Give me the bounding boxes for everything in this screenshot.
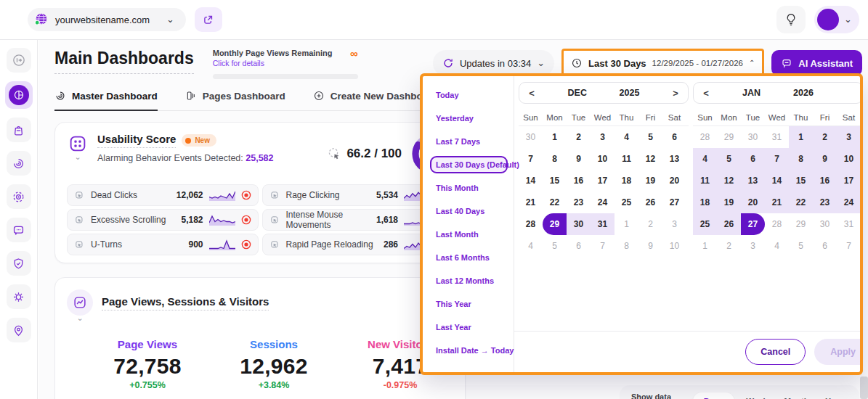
- cancel-button[interactable]: Cancel: [745, 339, 806, 365]
- calendar-day[interactable]: 31: [765, 126, 789, 148]
- calendar-day[interactable]: 31: [591, 213, 615, 235]
- updates-dropdown[interactable]: Updates in 03:34 ⌄: [433, 50, 554, 76]
- calendar-day[interactable]: 3: [741, 235, 765, 257]
- calendar-day[interactable]: 5: [717, 148, 741, 170]
- preset-last-6-months[interactable]: Last 6 Months: [430, 249, 508, 266]
- calendar-day[interactable]: 31: [837, 213, 861, 235]
- calendar-day[interactable]: 12: [638, 148, 662, 170]
- scrollbar-thumb[interactable]: [860, 377, 868, 399]
- calendar-day[interactable]: 3: [662, 213, 686, 235]
- calendar-day[interactable]: 10: [837, 148, 861, 170]
- chevron-down-icon[interactable]: ⌄: [74, 155, 81, 160]
- metric-u-turns[interactable]: U-Turns 900: [67, 234, 259, 255]
- calendar-day[interactable]: 30: [519, 126, 543, 148]
- calendar-day[interactable]: 23: [813, 192, 837, 213]
- calendar-day[interactable]: 19: [638, 170, 662, 192]
- calendar-day[interactable]: 30: [813, 213, 837, 235]
- tab-pages-dashboard[interactable]: Pages Dashboard: [185, 90, 285, 111]
- calendar-day[interactable]: 21: [519, 192, 543, 213]
- preset-last-12-months[interactable]: Last 12 Months: [430, 272, 508, 289]
- calendar-day[interactable]: 26: [638, 192, 662, 213]
- segment-days[interactable]: Days: [693, 392, 735, 399]
- calendar-day[interactable]: 15: [789, 170, 813, 192]
- calendar-day[interactable]: 13: [662, 148, 686, 170]
- preset-last-7-days[interactable]: Last 7 Days: [430, 133, 508, 150]
- calendar-day[interactable]: 15: [543, 170, 567, 192]
- calendar-day[interactable]: 7: [591, 235, 615, 257]
- calendar-day[interactable]: 17: [837, 170, 861, 192]
- website-selector[interactable]: yourwebsitename.com ⌄: [28, 8, 186, 31]
- sidebar-item-locations[interactable]: [7, 318, 31, 342]
- calendar-day[interactable]: 18: [693, 192, 717, 213]
- preset-last-40-days[interactable]: Last 40 Days: [430, 202, 508, 220]
- preset-this-year[interactable]: This Year: [430, 295, 508, 313]
- calendar-day[interactable]: 6: [567, 235, 591, 257]
- calendar-day[interactable]: 9: [813, 148, 837, 170]
- calendar-day[interactable]: 4: [615, 126, 638, 148]
- calendar-day[interactable]: 6: [741, 148, 765, 170]
- open-site-button[interactable]: [195, 7, 222, 32]
- calendar-day[interactable]: 8: [615, 235, 638, 257]
- sidebar-item-recordings[interactable]: [7, 184, 31, 209]
- calendar-day[interactable]: 11: [615, 148, 638, 170]
- sidebar-item-dashboards[interactable]: [5, 81, 33, 109]
- preset-install-date-today[interactable]: Install Date → Today: [430, 342, 508, 359]
- calendar-day[interactable]: 24: [591, 192, 615, 213]
- calendar-day[interactable]: 25: [693, 213, 717, 235]
- next-month-icon[interactable]: >: [672, 88, 679, 99]
- calendar-day[interactable]: 10: [591, 148, 615, 170]
- tab-create-new-dashboard[interactable]: Create New Dashboard: [313, 90, 438, 111]
- calendar-day[interactable]: 9: [567, 148, 591, 170]
- calendar-day[interactable]: 27: [662, 192, 686, 213]
- sidebar-item-feedback[interactable]: [7, 218, 31, 242]
- calendar-day[interactable]: 6: [662, 126, 686, 148]
- metric-dead-clicks[interactable]: Dead Clicks 12,062: [67, 184, 259, 206]
- calendar-day[interactable]: 7: [837, 235, 861, 257]
- calendar-day[interactable]: 24: [837, 192, 861, 213]
- calendar-day[interactable]: 4: [765, 235, 789, 257]
- calendar-day[interactable]: 2: [717, 235, 741, 257]
- prev-month-icon[interactable]: <: [528, 88, 535, 99]
- calendar-day[interactable]: 21: [765, 192, 789, 213]
- calendar-day[interactable]: 29: [717, 126, 741, 148]
- tips-button[interactable]: [776, 6, 806, 33]
- calendar-day[interactable]: 4: [519, 235, 543, 257]
- sidebar-item-security[interactable]: [7, 251, 31, 276]
- calendar-day[interactable]: 29: [789, 213, 813, 235]
- calendar-day[interactable]: 14: [765, 170, 789, 192]
- calendar-day[interactable]: 16: [813, 170, 837, 192]
- calendar-day[interactable]: 3: [837, 126, 861, 148]
- preset-this-month[interactable]: This Month: [430, 179, 508, 197]
- calendar-day[interactable]: 22: [789, 192, 813, 213]
- sidebar-item-heatmaps[interactable]: [7, 151, 31, 176]
- calendar-day[interactable]: 7: [765, 148, 789, 170]
- calendar-day[interactable]: 19: [717, 192, 741, 213]
- calendar-day[interactable]: 5: [638, 126, 662, 148]
- apply-button[interactable]: Apply: [814, 339, 863, 365]
- calendar-day[interactable]: 5: [543, 235, 567, 257]
- click-for-details-link[interactable]: Click for details: [213, 59, 333, 67]
- calendar-day[interactable]: 22: [543, 192, 567, 213]
- sidebar-item-settings[interactable]: [7, 284, 31, 309]
- calendar-day[interactable]: 16: [567, 170, 591, 192]
- calendar-day[interactable]: 3: [591, 126, 615, 148]
- calendar-day[interactable]: 4: [693, 148, 717, 170]
- calendar-day[interactable]: 11: [693, 170, 717, 192]
- calendar-day[interactable]: 6: [813, 235, 837, 257]
- calendar-day[interactable]: 12: [717, 170, 741, 192]
- calendar-day[interactable]: 30: [567, 213, 591, 235]
- calendar-day[interactable]: 2: [567, 126, 591, 148]
- calendar-day[interactable]: 1: [693, 235, 717, 257]
- calendar-day[interactable]: 28: [765, 213, 789, 235]
- calendar-day[interactable]: 29: [543, 213, 567, 235]
- tab-master-dashboard[interactable]: Master Dashboard: [54, 90, 158, 111]
- calendar-day[interactable]: 14: [519, 170, 543, 192]
- calendar-day[interactable]: 23: [567, 192, 591, 213]
- calendar-day[interactable]: 5: [789, 235, 813, 257]
- calendar-day[interactable]: 7: [519, 148, 543, 170]
- calendar-day[interactable]: 9: [638, 235, 662, 257]
- calendar-day[interactable]: 20: [662, 170, 686, 192]
- calendar-day[interactable]: 13: [741, 170, 765, 192]
- calendar-day[interactable]: 1: [789, 126, 813, 148]
- sidebar-item-products[interactable]: [7, 118, 31, 142]
